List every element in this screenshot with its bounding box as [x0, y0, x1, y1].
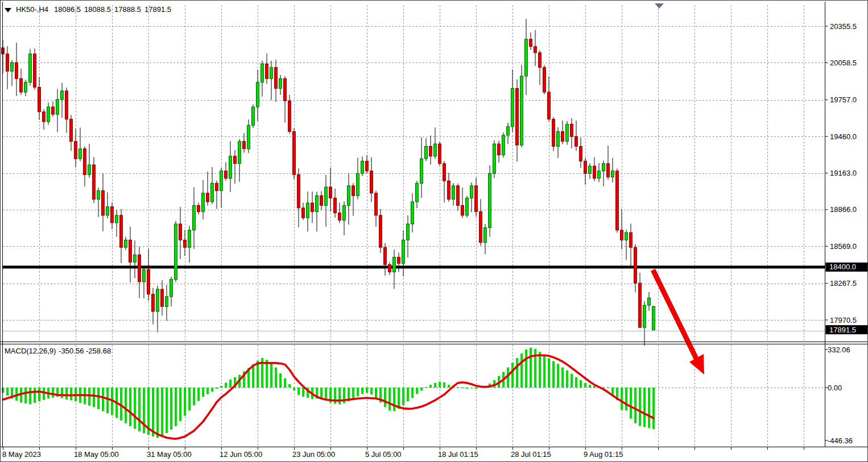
- macd-histogram-bar: [652, 388, 655, 429]
- bear-candle: [266, 64, 268, 78]
- bear-candle: [216, 184, 218, 191]
- symbol-dropdown-icon[interactable]: [5, 8, 11, 13]
- bull-candle: [47, 107, 50, 122]
- macd-histogram-bar: [589, 385, 591, 388]
- macd-histogram-bar: [407, 388, 409, 401]
- bear-candle: [575, 136, 578, 146]
- macd-histogram-bar: [29, 388, 31, 404]
- macd-histogram-bar: [557, 364, 559, 388]
- bear-candle: [593, 166, 596, 178]
- time-axis-label: 12 Jun 05:00: [220, 450, 262, 459]
- macd-axis[interactable]: 332.060.00-446.36: [825, 346, 853, 445]
- macd-histogram-bar: [188, 388, 191, 411]
- bull-candle: [24, 82, 27, 92]
- price-axis[interactable]: 20355.520058.519757.019460.019163.018866…: [825, 22, 868, 335]
- bear-candle: [580, 146, 582, 161]
- macd-histogram-bar: [375, 388, 377, 398]
- bull-candle: [602, 164, 605, 171]
- macd-histogram-bar: [284, 378, 286, 388]
- bull-candle: [211, 184, 214, 202]
- macd-histogram-bar: [525, 349, 527, 388]
- macd-histogram-bar: [229, 380, 232, 388]
- bear-candle: [498, 144, 501, 155]
- bull-candle: [557, 131, 560, 146]
- bull-candle: [434, 144, 437, 156]
- bear-candle: [102, 191, 105, 215]
- pane-borders: [1, 2, 868, 447]
- bear-candle: [84, 149, 86, 175]
- bull-candle: [106, 207, 109, 215]
- trend-arrow-annotation[interactable]: [653, 270, 704, 374]
- bear-candle: [93, 165, 96, 199]
- macd-histogram-bar: [357, 388, 359, 396]
- macd-histogram-bar: [443, 382, 445, 388]
- bull-candle: [566, 124, 569, 141]
- bear-candle: [561, 131, 564, 141]
- bear-candle: [288, 101, 291, 131]
- bear-candle: [206, 193, 209, 202]
- macd-histogram-bar: [630, 388, 632, 419]
- bear-candle: [530, 39, 532, 47]
- macd-histogram-bar: [398, 388, 400, 409]
- bear-candle: [634, 247, 637, 283]
- macd-histogram-bar: [393, 388, 395, 411]
- bull-candle: [589, 166, 592, 173]
- bear-candle: [516, 89, 519, 145]
- bull-candle: [316, 195, 319, 211]
- bull-candle: [489, 173, 491, 227]
- bull-candle: [188, 230, 191, 247]
- macd-histogram: [2, 348, 655, 438]
- macd-histogram-bar: [634, 388, 636, 423]
- macd-histogram-bar: [156, 388, 159, 438]
- bear-candle: [311, 203, 314, 211]
- macd-histogram-bar: [516, 358, 518, 388]
- macd-histogram-bar: [643, 388, 646, 427]
- macd-histogram-bar: [575, 377, 577, 388]
- time-axis-label: 18 Jul 01:15: [438, 450, 478, 459]
- bull-candle: [156, 289, 159, 311]
- macd-histogram-bar: [138, 388, 140, 431]
- support-price-label: 18400.0: [829, 263, 856, 271]
- bear-candle: [584, 161, 587, 174]
- macd-histogram-bar: [6, 388, 9, 396]
- bear-candle: [20, 78, 23, 92]
- macd-histogram-bar: [448, 385, 450, 388]
- macd-histogram-bar: [411, 388, 414, 398]
- time-axis[interactable]: 8 May 202318 May 05:0031 May 05:0012 Jun…: [2, 447, 804, 459]
- bull-candle: [170, 280, 173, 297]
- bull-candle: [202, 193, 205, 212]
- macd-histogram-bar: [530, 348, 532, 388]
- macd-histogram-bar: [552, 361, 555, 388]
- bear-candle: [161, 289, 164, 306]
- macd-histogram-bar: [461, 388, 464, 388]
- macd-histogram-bar: [70, 388, 72, 400]
- bull-candle: [361, 161, 364, 174]
- bear-candle: [621, 230, 623, 240]
- bear-candle: [461, 206, 464, 215]
- gridlines-layer: [3, 5, 825, 446]
- macd-axis-label: 0.00: [828, 384, 842, 392]
- macd-histogram-bar: [370, 388, 373, 394]
- macd-axis-label: -446.36: [828, 436, 853, 445]
- time-axis-label: 5 Jul 05:00: [365, 450, 402, 459]
- bull-candle: [511, 89, 514, 127]
- macd-histogram-bar: [125, 388, 127, 423]
- bull-candle: [279, 78, 282, 88]
- time-axis-label: 9 Aug 01:15: [584, 450, 623, 459]
- macd-histogram-bar: [625, 388, 627, 410]
- symbol-period-label[interactable]: HK50-,H4: [16, 5, 48, 14]
- macd-histogram-bar: [384, 388, 386, 407]
- macd-histogram-bar: [24, 388, 27, 403]
- macd-histogram-bar: [520, 353, 523, 388]
- macd-histogram-bar: [457, 387, 459, 388]
- bear-candle: [388, 265, 391, 272]
- macd-histogram-bar: [566, 371, 568, 388]
- bull-candle: [425, 146, 428, 159]
- bear-candle: [38, 87, 41, 111]
- quote-high: 18088.5: [84, 5, 111, 14]
- bull-candle: [61, 91, 64, 99]
- chart-shift-marker-icon[interactable]: [655, 3, 664, 9]
- chart-canvas[interactable]: 20355.520058.519757.019460.019163.018866…: [1, 1, 868, 462]
- macd-histogram-bar: [416, 388, 418, 394]
- bull-candle: [520, 76, 523, 145]
